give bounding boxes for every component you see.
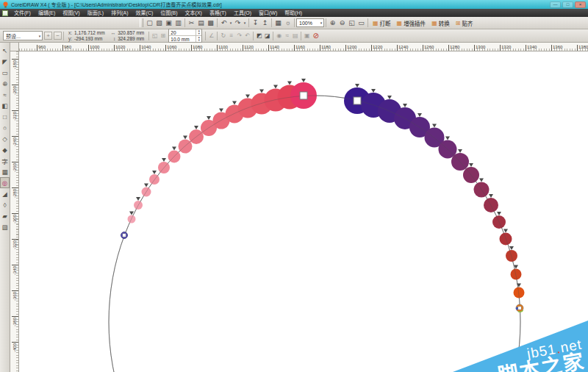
menu-tools[interactable]: 工具(O) [230,9,255,17]
open-document-icon[interactable]: ▧ [154,18,164,28]
drawing-svg [19,51,588,372]
menu-bitmaps[interactable]: 位图(B) [157,9,181,17]
clear-blend-icon[interactable]: ⊘ [311,31,320,40]
pick-tool[interactable]: ↖ [0,45,10,56]
zoom-in-icon[interactable]: ⊕ [328,18,337,28]
loop-blend-icon[interactable]: ↻ [219,31,227,40]
menu-arrange[interactable]: 排列(A) [107,9,132,17]
blend-start-handle[interactable] [123,234,126,237]
import-icon[interactable]: ↧ [251,18,260,28]
zoom-dropdown-icon[interactable]: ▾ [319,21,323,25]
preset-dropdown-icon[interactable]: ▾ [37,34,42,38]
blend-end-object-handle[interactable] [354,97,361,104]
fill-tool[interactable]: ▰ [0,210,10,221]
color-acceleration-icon[interactable]: ◪ [263,31,271,40]
zoom-tool[interactable]: ⊕ [0,78,10,89]
blend-circle[interactable] [149,174,159,185]
blend-direction-icon[interactable]: ∠ [207,31,215,40]
object-acceleration-icon[interactable]: ◩ [255,31,263,40]
coreldraw-window: CorelDRAW X4 ( 专业版 ) - [C:\Users\Adminis… [0,0,588,372]
blend-circle[interactable] [128,215,136,223]
redo-dropdown-icon[interactable]: ▾ [243,21,247,25]
print-icon[interactable]: ▥ [173,18,183,28]
zoom-selection-icon[interactable]: ◱ [347,18,356,28]
ruler-origin-corner[interactable] [10,43,19,51]
zoom-level-select[interactable]: 100% ▾ [296,18,324,27]
polygon-tool[interactable]: ◇ [0,133,10,144]
counterclockwise-blend-icon[interactable]: ↶ [243,31,251,40]
outline-tool[interactable]: ◊ [0,199,10,210]
remove-preset-button[interactable]: − [54,32,62,40]
object-position-fields[interactable]: x:1,176.712 mm y:-294.193 mm [68,30,105,41]
menu-effects[interactable]: 效果(C) [132,9,157,17]
blend-circle[interactable] [500,233,512,246]
copy-blend-properties-icon[interactable]: ▤ [291,31,299,40]
scale-lock-icon[interactable]: ◱ [151,31,159,40]
cut-icon[interactable]: ✂ [187,18,196,28]
drawing-canvas[interactable]: jb51.net 脚本之家 [19,51,588,372]
menu-help[interactable]: 帮助(H) [281,9,306,17]
blend-preset-select[interactable]: 预设... ▾ [3,31,43,40]
blend-steps-fields[interactable]: 20▲▼ 10.0 mm▲▼ [168,29,202,43]
object-size-fields[interactable]: ↔320.857 mm ↕324.289 mm [111,30,145,41]
menu-view[interactable]: 视图(V) [59,9,83,17]
welcome-screen-icon[interactable]: ☼ [283,18,293,28]
steps-spinner[interactable]: ▲▼ [196,29,201,35]
new-document-icon[interactable]: ▢ [145,18,154,28]
paste-icon[interactable]: ▩ [206,18,215,28]
menu-table[interactable]: 表格(T) [206,9,230,17]
ellipse-tool[interactable]: ○ [0,122,10,133]
break-apart-button[interactable]: ▦打断 [370,18,394,28]
horizontal-ruler[interactable]: 9609801000102010401060108011001120114011… [19,43,588,51]
add-preset-button[interactable]: + [44,32,52,40]
clockwise-blend-icon[interactable]: ↷ [235,31,243,40]
snap-to-button[interactable]: ⊞贴齐 [453,18,476,28]
crop-tool[interactable]: ▭ [0,67,10,78]
copy-icon[interactable]: ▤ [196,18,206,28]
application-launcher-icon[interactable]: ▦ [273,18,283,28]
document-icon[interactable] [2,10,8,16]
minimize-button[interactable]: — [550,1,561,8]
zoom-level-value: 100% [299,21,312,26]
eyedropper-tool[interactable]: ◢ [0,188,10,199]
vertical-ruler[interactable]: -180-200-220-240-260-280-300-320-340-360… [10,51,19,372]
blend-end-object-handle[interactable] [300,92,307,99]
redo-icon[interactable]: ↷ [233,18,243,28]
rectangle-tool[interactable]: □ [0,111,10,122]
shape-tool[interactable]: ◤ [0,56,10,67]
blend-step-marker [172,147,176,151]
path-properties-icon[interactable]: ≈ [283,31,291,40]
spacing-spinner[interactable]: ▲▼ [196,36,201,42]
close-button[interactable]: × [575,1,586,8]
save-icon[interactable]: ▣ [164,18,173,28]
menu-file[interactable]: 文件(F) [10,9,35,17]
zoom-out-icon[interactable]: ⊖ [337,18,347,28]
menu-edit[interactable]: 编辑(E) [35,9,59,17]
miscellaneous-blend-icon[interactable]: ▣ [303,31,311,40]
zoom-page-icon[interactable]: ▭ [356,18,366,28]
smart-fill-tool[interactable]: ◧ [0,100,10,111]
table-tool[interactable]: ▦ [0,166,10,177]
basic-shapes-tool[interactable]: ◆ [0,144,10,155]
interactive-fill-tool[interactable]: ▨ [0,221,10,232]
maximize-button[interactable]: □ [562,1,573,8]
undo-icon[interactable]: ↶ [219,18,229,28]
blend-step-marker [144,184,148,187]
mirror-icon[interactable]: ⊞ [159,31,167,40]
start-end-objects-icon[interactable]: ◉ [275,31,283,40]
direct-blend-icon[interactable]: ≡ [227,31,235,40]
blend-end-handle-small[interactable] [518,307,521,310]
window-controls: — □ × [550,1,586,8]
interactive-blend-tool[interactable]: ◎ [0,177,10,188]
text-tool[interactable]: 字 [0,155,10,166]
menu-text[interactable]: 文本(X) [182,9,206,17]
freehand-tool[interactable]: ≈ [0,89,10,100]
menu-layout[interactable]: 版面(L) [84,9,108,17]
hruler-label: 960 [37,45,46,51]
convert-button[interactable]: ▦转换 [429,18,453,28]
toolbar-grip[interactable] [140,18,143,27]
menu-window[interactable]: 窗口(W) [255,9,281,17]
enhance-plugin-button[interactable]: ▦增强插件 [394,18,429,28]
export-icon[interactable]: ↥ [260,18,270,28]
blend-path-curve[interactable] [109,96,520,372]
